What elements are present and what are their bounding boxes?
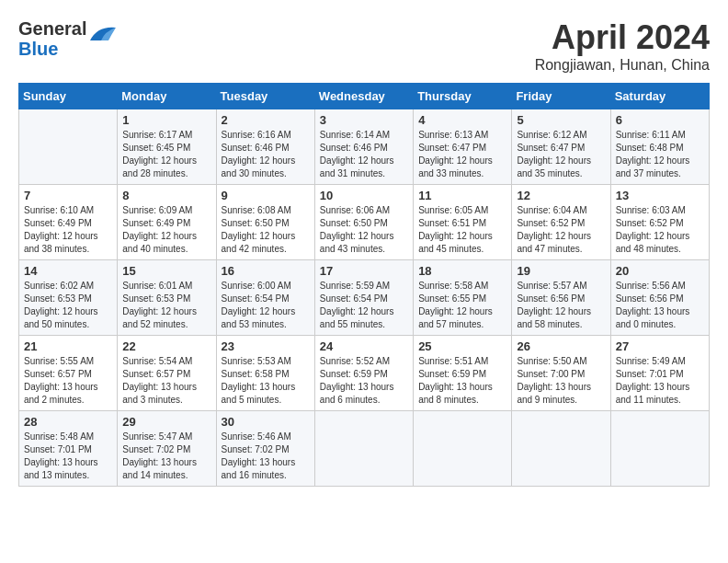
day-number: 10 <box>320 189 408 202</box>
day-number: 2 <box>222 113 310 127</box>
week-row-5: 28Sunrise: 5:48 AM Sunset: 7:01 PM Dayli… <box>19 411 710 487</box>
week-row-1: 1Sunrise: 6:17 AM Sunset: 6:45 PM Daylig… <box>19 109 710 185</box>
column-header-friday: Friday <box>512 84 610 109</box>
day-info: Sunrise: 6:04 AM Sunset: 6:52 PM Dayligh… <box>517 204 605 256</box>
day-number: 12 <box>517 189 605 202</box>
day-number: 21 <box>24 339 112 353</box>
day-info: Sunrise: 5:52 AM Sunset: 6:59 PM Dayligh… <box>320 355 408 407</box>
column-header-wednesday: Wednesday <box>314 84 413 109</box>
calendar-cell: 5Sunrise: 6:12 AM Sunset: 6:47 PM Daylig… <box>512 109 610 185</box>
calendar-cell: 15Sunrise: 6:01 AM Sunset: 6:53 PM Dayli… <box>118 260 216 336</box>
day-number: 6 <box>616 113 704 127</box>
day-number: 7 <box>24 189 112 202</box>
day-number: 4 <box>418 113 506 127</box>
column-header-sunday: Sunday <box>19 84 118 109</box>
day-info: Sunrise: 6:01 AM Sunset: 6:53 PM Dayligh… <box>122 280 210 331</box>
day-info: Sunrise: 6:08 AM Sunset: 6:50 PM Dayligh… <box>222 204 310 256</box>
day-info: Sunrise: 5:50 AM Sunset: 7:00 PM Dayligh… <box>517 355 605 407</box>
calendar-cell: 1Sunrise: 6:17 AM Sunset: 6:45 PM Daylig… <box>118 109 216 185</box>
day-info: Sunrise: 6:10 AM Sunset: 6:49 PM Dayligh… <box>24 204 112 256</box>
day-info: Sunrise: 6:16 AM Sunset: 6:46 PM Dayligh… <box>222 129 310 180</box>
day-number: 26 <box>517 339 605 353</box>
calendar-cell: 6Sunrise: 6:11 AM Sunset: 6:48 PM Daylig… <box>610 109 709 185</box>
calendar-cell: 11Sunrise: 6:05 AM Sunset: 6:51 PM Dayli… <box>414 185 512 260</box>
logo-blue: Blue <box>18 39 58 59</box>
calendar-cell: 16Sunrise: 6:00 AM Sunset: 6:54 PM Dayli… <box>216 260 314 336</box>
day-number: 20 <box>616 264 704 278</box>
day-number: 13 <box>616 189 704 202</box>
day-number: 23 <box>222 339 310 353</box>
day-number: 22 <box>122 339 210 353</box>
calendar-cell: 9Sunrise: 6:08 AM Sunset: 6:50 PM Daylig… <box>216 185 314 260</box>
day-info: Sunrise: 5:47 AM Sunset: 7:02 PM Dayligh… <box>122 431 210 482</box>
day-number: 25 <box>418 339 506 353</box>
calendar-cell: 19Sunrise: 5:57 AM Sunset: 6:56 PM Dayli… <box>512 260 610 336</box>
logo-wing-icon <box>88 24 118 42</box>
title-block: April 2024 Rongjiawan, Hunan, China <box>535 18 710 74</box>
calendar-cell: 24Sunrise: 5:52 AM Sunset: 6:59 PM Dayli… <box>314 336 413 411</box>
day-info: Sunrise: 6:14 AM Sunset: 6:46 PM Dayligh… <box>320 129 408 180</box>
day-number: 28 <box>24 415 112 429</box>
logo: General Blue <box>18 18 118 59</box>
day-info: Sunrise: 5:54 AM Sunset: 6:57 PM Dayligh… <box>122 355 210 407</box>
calendar-cell: 22Sunrise: 5:54 AM Sunset: 6:57 PM Dayli… <box>118 336 216 411</box>
calendar-cell: 8Sunrise: 6:09 AM Sunset: 6:49 PM Daylig… <box>118 185 216 260</box>
calendar-cell: 28Sunrise: 5:48 AM Sunset: 7:01 PM Dayli… <box>19 411 118 487</box>
calendar-table: SundayMondayTuesdayWednesdayThursdayFrid… <box>18 83 710 487</box>
day-number: 3 <box>320 113 408 127</box>
day-number: 27 <box>616 339 704 353</box>
calendar-cell <box>610 411 709 487</box>
day-info: Sunrise: 6:05 AM Sunset: 6:51 PM Dayligh… <box>418 204 506 256</box>
day-number: 19 <box>517 264 605 278</box>
day-number: 24 <box>320 339 408 353</box>
day-info: Sunrise: 5:59 AM Sunset: 6:54 PM Dayligh… <box>320 280 408 331</box>
day-number: 1 <box>122 113 210 127</box>
day-number: 9 <box>222 189 310 202</box>
month-title: April 2024 <box>535 18 710 57</box>
column-header-monday: Monday <box>118 84 216 109</box>
day-info: Sunrise: 6:17 AM Sunset: 6:45 PM Dayligh… <box>122 129 210 180</box>
day-info: Sunrise: 6:09 AM Sunset: 6:49 PM Dayligh… <box>122 204 210 256</box>
calendar-cell: 25Sunrise: 5:51 AM Sunset: 6:59 PM Dayli… <box>414 336 512 411</box>
column-header-saturday: Saturday <box>610 84 709 109</box>
calendar-cell: 17Sunrise: 5:59 AM Sunset: 6:54 PM Dayli… <box>314 260 413 336</box>
day-number: 18 <box>418 264 506 278</box>
calendar-cell: 29Sunrise: 5:47 AM Sunset: 7:02 PM Dayli… <box>118 411 216 487</box>
day-info: Sunrise: 6:00 AM Sunset: 6:54 PM Dayligh… <box>222 280 310 331</box>
day-number: 16 <box>222 264 310 278</box>
week-row-4: 21Sunrise: 5:55 AM Sunset: 6:57 PM Dayli… <box>19 336 710 411</box>
week-row-2: 7Sunrise: 6:10 AM Sunset: 6:49 PM Daylig… <box>19 185 710 260</box>
calendar-cell: 2Sunrise: 6:16 AM Sunset: 6:46 PM Daylig… <box>216 109 314 185</box>
calendar-cell <box>314 411 413 487</box>
day-info: Sunrise: 6:03 AM Sunset: 6:52 PM Dayligh… <box>616 204 704 256</box>
day-number: 11 <box>418 189 506 202</box>
calendar-cell: 18Sunrise: 5:58 AM Sunset: 6:55 PM Dayli… <box>414 260 512 336</box>
day-number: 15 <box>122 264 210 278</box>
day-info: Sunrise: 6:02 AM Sunset: 6:53 PM Dayligh… <box>24 280 112 331</box>
day-number: 14 <box>24 264 112 278</box>
day-info: Sunrise: 5:58 AM Sunset: 6:55 PM Dayligh… <box>418 280 506 331</box>
column-header-tuesday: Tuesday <box>216 84 314 109</box>
day-info: Sunrise: 5:53 AM Sunset: 6:58 PM Dayligh… <box>222 355 310 407</box>
calendar-cell: 27Sunrise: 5:49 AM Sunset: 7:01 PM Dayli… <box>610 336 709 411</box>
week-row-3: 14Sunrise: 6:02 AM Sunset: 6:53 PM Dayli… <box>19 260 710 336</box>
calendar-cell: 13Sunrise: 6:03 AM Sunset: 6:52 PM Dayli… <box>610 185 709 260</box>
day-number: 8 <box>122 189 210 202</box>
calendar-cell: 26Sunrise: 5:50 AM Sunset: 7:00 PM Dayli… <box>512 336 610 411</box>
day-info: Sunrise: 5:51 AM Sunset: 6:59 PM Dayligh… <box>418 355 506 407</box>
calendar-cell: 7Sunrise: 6:10 AM Sunset: 6:49 PM Daylig… <box>19 185 118 260</box>
calendar-cell: 21Sunrise: 5:55 AM Sunset: 6:57 PM Dayli… <box>19 336 118 411</box>
calendar-cell: 23Sunrise: 5:53 AM Sunset: 6:58 PM Dayli… <box>216 336 314 411</box>
day-info: Sunrise: 6:06 AM Sunset: 6:50 PM Dayligh… <box>320 204 408 256</box>
day-info: Sunrise: 5:57 AM Sunset: 6:56 PM Dayligh… <box>517 280 605 331</box>
calendar-cell: 4Sunrise: 6:13 AM Sunset: 6:47 PM Daylig… <box>414 109 512 185</box>
logo-general: General <box>18 18 86 39</box>
day-info: Sunrise: 6:13 AM Sunset: 6:47 PM Dayligh… <box>418 129 506 180</box>
calendar-cell <box>512 411 610 487</box>
calendar-cell <box>414 411 512 487</box>
day-number: 30 <box>222 415 310 429</box>
day-number: 5 <box>517 113 605 127</box>
day-info: Sunrise: 5:49 AM Sunset: 7:01 PM Dayligh… <box>616 355 704 407</box>
column-header-thursday: Thursday <box>414 84 512 109</box>
day-info: Sunrise: 5:55 AM Sunset: 6:57 PM Dayligh… <box>24 355 112 407</box>
